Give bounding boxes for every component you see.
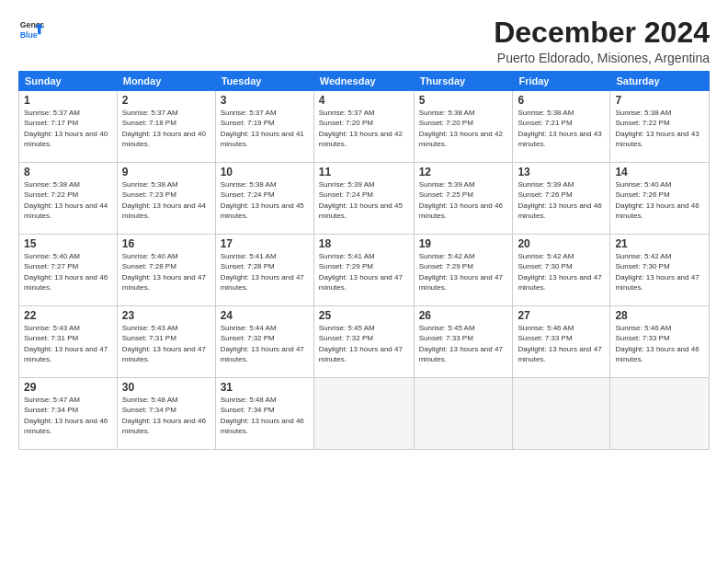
calendar-cell xyxy=(513,378,610,450)
day-info: Sunrise: 5:40 AMSunset: 7:26 PMDaylight:… xyxy=(615,180,699,220)
day-info: Sunrise: 5:37 AMSunset: 7:17 PMDaylight:… xyxy=(24,109,108,148)
day-info: Sunrise: 5:43 AMSunset: 7:31 PMDaylight:… xyxy=(122,324,206,363)
week-row-4: 22Sunrise: 5:43 AMSunset: 7:31 PMDayligh… xyxy=(19,306,710,378)
week-row-3: 15Sunrise: 5:40 AMSunset: 7:27 PMDayligh… xyxy=(19,235,710,306)
day-number: 2 xyxy=(122,94,210,107)
col-wednesday: Wednesday xyxy=(313,72,414,91)
week-row-1: 1Sunrise: 5:37 AMSunset: 7:17 PMDaylight… xyxy=(19,91,710,163)
logo: General Blue xyxy=(18,17,44,42)
day-number: 10 xyxy=(221,166,309,178)
calendar-cell: 18Sunrise: 5:41 AMSunset: 7:29 PMDayligh… xyxy=(313,235,414,306)
day-info: Sunrise: 5:48 AMSunset: 7:34 PMDaylight:… xyxy=(221,396,304,435)
month-title: December 2024 xyxy=(494,17,710,49)
calendar-cell: 24Sunrise: 5:44 AMSunset: 7:32 PMDayligh… xyxy=(215,306,313,378)
calendar-cell: 13Sunrise: 5:39 AMSunset: 7:26 PMDayligh… xyxy=(513,163,610,235)
calendar-cell: 16Sunrise: 5:40 AMSunset: 7:28 PMDayligh… xyxy=(117,235,215,306)
calendar-cell: 28Sunrise: 5:46 AMSunset: 7:33 PMDayligh… xyxy=(610,306,710,378)
calendar-cell: 23Sunrise: 5:43 AMSunset: 7:31 PMDayligh… xyxy=(117,306,215,378)
day-info: Sunrise: 5:48 AMSunset: 7:34 PMDaylight:… xyxy=(122,396,206,435)
day-info: Sunrise: 5:45 AMSunset: 7:33 PMDaylight:… xyxy=(419,324,503,363)
calendar-cell: 20Sunrise: 5:42 AMSunset: 7:30 PMDayligh… xyxy=(513,235,610,306)
week-row-2: 8Sunrise: 5:38 AMSunset: 7:22 PMDaylight… xyxy=(19,163,710,235)
calendar-cell: 9Sunrise: 5:38 AMSunset: 7:23 PMDaylight… xyxy=(117,163,215,235)
day-info: Sunrise: 5:38 AMSunset: 7:20 PMDaylight:… xyxy=(419,109,503,148)
day-info: Sunrise: 5:37 AMSunset: 7:20 PMDaylight:… xyxy=(319,109,403,148)
day-info: Sunrise: 5:41 AMSunset: 7:28 PMDaylight:… xyxy=(221,252,304,292)
day-info: Sunrise: 5:38 AMSunset: 7:22 PMDaylight:… xyxy=(24,180,108,220)
day-info: Sunrise: 5:41 AMSunset: 7:29 PMDaylight:… xyxy=(319,252,403,292)
day-number: 4 xyxy=(319,94,409,107)
day-info: Sunrise: 5:42 AMSunset: 7:30 PMDaylight:… xyxy=(518,252,601,292)
col-sunday: Sunday xyxy=(19,72,118,91)
calendar-cell: 30Sunrise: 5:48 AMSunset: 7:34 PMDayligh… xyxy=(117,378,215,450)
day-number: 29 xyxy=(24,381,112,394)
calendar-cell: 4Sunrise: 5:37 AMSunset: 7:20 PMDaylight… xyxy=(313,91,414,163)
calendar-cell: 14Sunrise: 5:40 AMSunset: 7:26 PMDayligh… xyxy=(610,163,710,235)
day-info: Sunrise: 5:42 AMSunset: 7:29 PMDaylight:… xyxy=(419,252,503,292)
calendar-cell: 1Sunrise: 5:37 AMSunset: 7:17 PMDaylight… xyxy=(19,91,118,163)
day-number: 6 xyxy=(518,94,605,107)
day-info: Sunrise: 5:38 AMSunset: 7:23 PMDaylight:… xyxy=(122,180,206,220)
page: General Blue December 2024 Puerto Eldora… xyxy=(0,0,728,563)
title-section: December 2024 Puerto Eldorado, Misiones,… xyxy=(494,17,710,65)
day-number: 12 xyxy=(419,166,508,178)
calendar-cell: 10Sunrise: 5:38 AMSunset: 7:24 PMDayligh… xyxy=(215,163,313,235)
calendar-table: Sunday Monday Tuesday Wednesday Thursday… xyxy=(18,71,710,450)
day-number: 14 xyxy=(615,166,704,178)
day-number: 23 xyxy=(122,309,210,322)
day-info: Sunrise: 5:39 AMSunset: 7:24 PMDaylight:… xyxy=(319,180,403,220)
day-number: 16 xyxy=(122,237,210,250)
week-row-5: 29Sunrise: 5:47 AMSunset: 7:34 PMDayligh… xyxy=(19,378,710,450)
calendar-cell xyxy=(313,378,414,450)
col-tuesday: Tuesday xyxy=(215,72,313,91)
col-monday: Monday xyxy=(117,72,215,91)
calendar-cell: 19Sunrise: 5:42 AMSunset: 7:29 PMDayligh… xyxy=(414,235,513,306)
header-row: Sunday Monday Tuesday Wednesday Thursday… xyxy=(19,72,710,91)
day-number: 31 xyxy=(221,381,309,394)
day-number: 15 xyxy=(24,237,112,250)
calendar-cell: 11Sunrise: 5:39 AMSunset: 7:24 PMDayligh… xyxy=(313,163,414,235)
day-number: 9 xyxy=(122,166,210,178)
day-number: 8 xyxy=(24,166,112,178)
calendar-cell: 3Sunrise: 5:37 AMSunset: 7:19 PMDaylight… xyxy=(215,91,313,163)
day-info: Sunrise: 5:40 AMSunset: 7:27 PMDaylight:… xyxy=(24,252,108,292)
day-number: 20 xyxy=(518,237,605,250)
calendar-cell xyxy=(414,378,513,450)
day-number: 3 xyxy=(221,94,309,107)
subtitle: Puerto Eldorado, Misiones, Argentina xyxy=(494,51,710,65)
day-number: 28 xyxy=(615,309,704,322)
calendar-cell xyxy=(610,378,710,450)
day-info: Sunrise: 5:45 AMSunset: 7:32 PMDaylight:… xyxy=(319,324,403,363)
day-number: 13 xyxy=(518,166,605,178)
day-number: 25 xyxy=(319,309,409,322)
calendar-cell: 17Sunrise: 5:41 AMSunset: 7:28 PMDayligh… xyxy=(215,235,313,306)
calendar-cell: 5Sunrise: 5:38 AMSunset: 7:20 PMDaylight… xyxy=(414,91,513,163)
calendar-cell: 8Sunrise: 5:38 AMSunset: 7:22 PMDaylight… xyxy=(19,163,118,235)
calendar-cell: 6Sunrise: 5:38 AMSunset: 7:21 PMDaylight… xyxy=(513,91,610,163)
day-info: Sunrise: 5:44 AMSunset: 7:32 PMDaylight:… xyxy=(221,324,304,363)
calendar-cell: 22Sunrise: 5:43 AMSunset: 7:31 PMDayligh… xyxy=(19,306,118,378)
day-number: 24 xyxy=(221,309,309,322)
calendar-cell: 27Sunrise: 5:46 AMSunset: 7:33 PMDayligh… xyxy=(513,306,610,378)
day-number: 26 xyxy=(419,309,508,322)
calendar-cell: 31Sunrise: 5:48 AMSunset: 7:34 PMDayligh… xyxy=(215,378,313,450)
calendar-cell: 26Sunrise: 5:45 AMSunset: 7:33 PMDayligh… xyxy=(414,306,513,378)
col-thursday: Thursday xyxy=(414,72,513,91)
day-info: Sunrise: 5:46 AMSunset: 7:33 PMDaylight:… xyxy=(518,324,601,363)
day-info: Sunrise: 5:46 AMSunset: 7:33 PMDaylight:… xyxy=(615,324,699,363)
day-info: Sunrise: 5:38 AMSunset: 7:21 PMDaylight:… xyxy=(518,109,601,148)
col-saturday: Saturday xyxy=(610,72,710,91)
day-number: 5 xyxy=(419,94,508,107)
svg-text:Blue: Blue xyxy=(20,30,38,40)
calendar-cell: 12Sunrise: 5:39 AMSunset: 7:25 PMDayligh… xyxy=(414,163,513,235)
col-friday: Friday xyxy=(513,72,610,91)
calendar-cell: 25Sunrise: 5:45 AMSunset: 7:32 PMDayligh… xyxy=(313,306,414,378)
day-number: 17 xyxy=(221,237,309,250)
day-info: Sunrise: 5:39 AMSunset: 7:26 PMDaylight:… xyxy=(518,180,601,220)
calendar-cell: 2Sunrise: 5:37 AMSunset: 7:18 PMDaylight… xyxy=(117,91,215,163)
logo-icon: General Blue xyxy=(18,17,44,42)
day-info: Sunrise: 5:37 AMSunset: 7:19 PMDaylight:… xyxy=(221,109,304,148)
header: General Blue December 2024 Puerto Eldora… xyxy=(18,17,710,65)
day-info: Sunrise: 5:38 AMSunset: 7:22 PMDaylight:… xyxy=(615,109,699,148)
day-number: 22 xyxy=(24,309,112,322)
